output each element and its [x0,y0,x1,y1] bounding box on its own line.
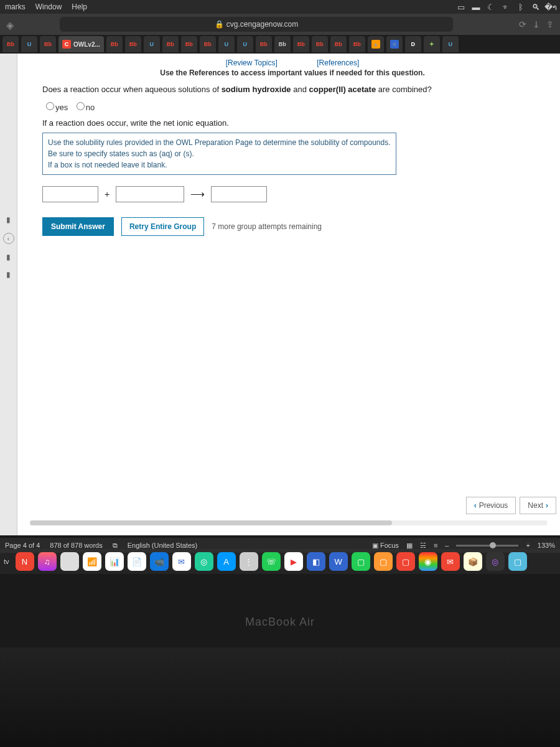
review-topics-link[interactable]: [Review Topics] [226,59,278,67]
dock-app-icon[interactable]: ▢ [508,552,527,571]
equation-row: + ⟶ [42,186,543,202]
control-center-icon[interactable]: �າ [546,2,555,11]
plus-label: + [105,189,110,199]
dock-app-icon[interactable]: ◧ [307,552,325,571]
browser-tab[interactable]: D [405,36,421,52]
battery-icon[interactable]: ▬ [472,2,480,11]
collapse-icon[interactable]: ‹ [3,233,14,244]
privacy-shield-icon[interactable]: ◈ [6,19,16,29]
mac-menubar: marks Window Help ▭ ▬ ☾ ᯤ ᛒ 🔍︎ �າ [0,0,560,14]
view-icon[interactable]: ≡ [434,542,437,549]
browser-tab[interactable]: Bb [106,36,123,52]
bluetooth-icon[interactable]: ᛒ [516,2,525,11]
dock-app-icon[interactable]: ◎ [195,552,213,571]
search-icon[interactable]: 🔍︎ [531,2,540,11]
dock-mail-icon[interactable]: ✉ [172,552,191,571]
reactant-1-input[interactable] [42,186,98,202]
dock-app-icon[interactable]: ▶ [284,552,303,571]
browser-tab[interactable]: Bb [349,36,365,52]
view-icon[interactable]: ▦ [406,542,413,550]
dock-facetime-icon[interactable]: 📹 [150,552,169,571]
downloads-icon[interactable]: ⤓ [533,19,540,29]
spellcheck-icon[interactable]: ⧉ [113,542,118,550]
previous-button[interactable]: ‹Previous [466,497,516,514]
dock-appstore-icon[interactable]: A [217,552,236,571]
dock-app-icon[interactable]: 📊 [105,552,124,571]
menu-item[interactable]: Help [72,2,87,11]
browser-tab[interactable]: Bb [312,36,328,52]
language-indicator[interactable]: English (United States) [128,542,198,549]
reactant-2-input[interactable] [116,186,184,202]
dock-app-icon[interactable]: 📦 [464,552,482,571]
dock-app-icon[interactable]: ▢ [352,552,370,571]
share-icon[interactable]: ⇪ [546,19,554,29]
arrow-icon: ⟶ [190,188,205,200]
dock-gmail-icon[interactable]: ✉ [441,552,460,571]
word-count[interactable]: 878 of 878 words [50,542,102,549]
browser-tab[interactable]: ✦ [424,36,440,52]
screen-mirror-icon[interactable]: ▭ [457,2,465,11]
browser-tab[interactable]: Bb [330,36,347,52]
dock-app-icon[interactable]: ⋮ [240,552,258,571]
browser-tab[interactable]: U [237,36,253,52]
zoom-slider[interactable] [456,545,518,547]
browser-tab[interactable]: Bb [162,36,179,52]
browser-tab[interactable]: U [21,36,37,52]
apple-tv-label: tv [4,558,9,565]
submit-answer-button[interactable]: Submit Answer [42,217,114,236]
address-bar[interactable]: 🔒 cvg.cengagenow.com [60,17,453,32]
favicon-icon: C [62,40,71,49]
browser-tab[interactable]: Bb [2,36,19,52]
browser-tab[interactable]: U [218,36,235,52]
dock-app-icon[interactable]: 📄 [128,552,146,571]
dock-word-icon[interactable]: W [329,552,348,571]
page-indicator[interactable]: Page 4 of 4 [5,542,40,549]
browser-tab[interactable]: U [144,36,160,52]
next-button[interactable]: Next› [520,497,556,514]
zoom-minus[interactable]: – [445,542,449,549]
dock-app-icon[interactable]: N [16,552,34,571]
refresh-icon[interactable]: ⟳ [519,19,526,29]
retry-group-button[interactable]: Retry Entire Group [121,217,204,236]
dock-music-icon[interactable]: ♫ [38,552,57,571]
browser-tab[interactable]: Bb [293,36,309,52]
dock-app-icon[interactable]: ▢ [396,552,415,571]
radio-no[interactable]: no [77,103,95,112]
radio-yes[interactable]: yes [46,103,68,112]
horizontal-scrollbar[interactable] [30,520,548,528]
browser-tab[interactable]: Bb [256,36,272,52]
menu-item[interactable]: Window [35,2,62,11]
dock-app-icon[interactable] [60,552,79,571]
zoom-plus[interactable]: + [526,542,530,549]
macbook-label: MacBook Air [0,616,560,629]
browser-tab[interactable]: Bb [181,36,197,52]
zoom-level[interactable]: 133% [538,542,555,549]
page-content: ▮ ‹ ▮ ▮ [Review Topics] [References] Use… [0,54,560,535]
browser-tab[interactable]: Bb [200,36,216,52]
marker-icon: ▮ [6,215,11,224]
dock-app-icon[interactable]: ▢ [374,552,393,571]
moon-icon[interactable]: ☾ [487,2,495,11]
browser-tab[interactable]: U [442,36,459,52]
attempts-remaining: 7 more group attempts remaining [212,222,322,231]
dock-app-icon[interactable]: 📶 [83,552,101,571]
focus-mode-button[interactable]: ▣ Focus [372,542,399,550]
view-icon[interactable]: ☵ [420,542,426,550]
dock-podcast-icon[interactable]: ◎ [486,552,505,571]
wifi-icon[interactable]: ᯤ [502,2,510,11]
browser-tab[interactable]: ▲ [368,36,384,52]
dock-whatsapp-icon[interactable]: ☏ [262,552,281,571]
keyboard-area [0,647,560,747]
browser-tab-active[interactable]: C OWLv2... [58,36,104,52]
browser-tab[interactable]: ≡ [386,36,403,52]
menu-item[interactable]: marks [5,2,26,11]
marker-icon: ▮ [6,270,11,279]
product-input[interactable] [211,186,267,202]
browser-toolbar: ◈ 🔒 cvg.cengagenow.com ⟳ ⤓ ⇪ [0,14,560,35]
references-link[interactable]: [References] [317,59,359,67]
sub-question: If a reaction does occur, write the net … [42,118,543,128]
dock-chrome-icon[interactable]: ◉ [419,552,437,571]
browser-tab[interactable]: Bb [274,36,291,52]
browser-tab[interactable]: Bb [125,36,141,52]
browser-tab[interactable]: Bb [40,36,56,52]
